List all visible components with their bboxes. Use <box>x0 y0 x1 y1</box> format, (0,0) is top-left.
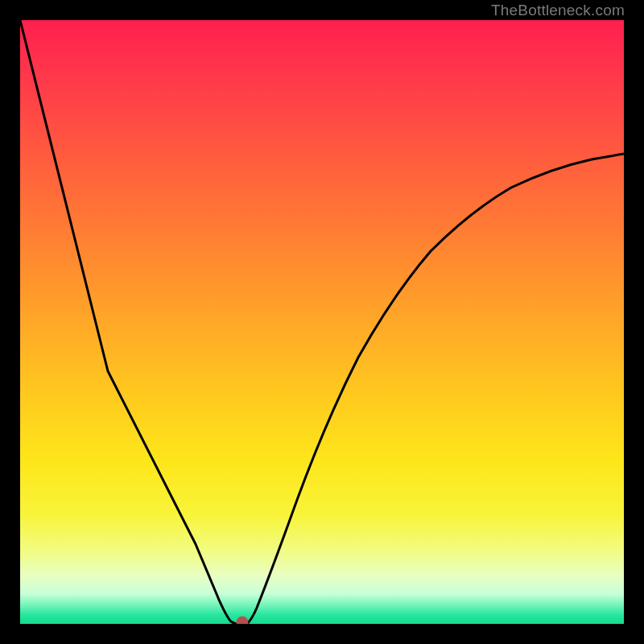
bottleneck-curve <box>20 20 624 624</box>
curve-layer <box>20 20 624 624</box>
watermark-text: TheBottleneck.com <box>491 2 625 19</box>
plot-area <box>20 20 624 624</box>
chart-frame: TheBottleneck.com <box>0 0 644 644</box>
minimum-marker <box>237 617 249 625</box>
